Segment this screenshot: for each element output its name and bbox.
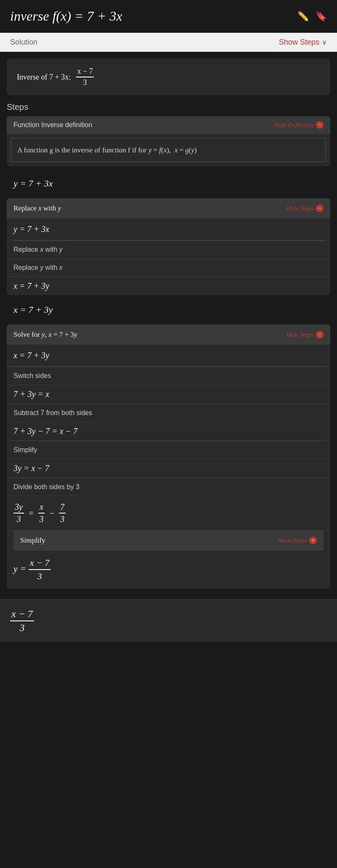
fraction-7-3: 7 3 — [59, 502, 66, 524]
solve-step-header: Solve for y, x = 7 + 3y Hide Steps − — [7, 325, 330, 345]
simplify-collapsed-label: Simplify — [20, 536, 45, 545]
solve-step-body: x = 7 + 3y Switch sides 7 + 3y = x Subtr… — [7, 345, 330, 588]
final-fraction-solve: x − 7 3 — [29, 557, 51, 582]
divide-label: Divide both sides by 3 — [7, 478, 330, 496]
frac-denom-3: 3 — [15, 514, 22, 524]
simplify-label: Simplify — [7, 441, 330, 459]
solve-for-y-block: Solve for y, x = 7 + 3y Hide Steps − x =… — [7, 325, 330, 588]
header: inverse f(x) = 7 + 3x ✏️ 🔖 — [0, 0, 337, 33]
page-title: inverse f(x) = 7 + 3x — [10, 8, 122, 24]
final-numer-solve: x − 7 — [29, 557, 51, 570]
frac-denom-3b: 3 — [38, 514, 45, 524]
definition-body: A function g is the inverse of function … — [11, 138, 326, 162]
minus-sign: − — [49, 509, 55, 518]
hide-definition-label: Hide Definition — [274, 122, 313, 129]
result-denominator: 3 — [82, 77, 88, 87]
hide-definition-button[interactable]: Hide Definition − — [274, 121, 324, 129]
inverse-result-line: Inverse of 7 + 3x: x − 7 3 — [17, 67, 320, 87]
replace-sub1: Replace x with y — [7, 241, 330, 259]
fraction-3y-3: 3y 3 — [13, 502, 24, 524]
equation-y-7-3x: y = 7 + 3x — [7, 173, 330, 194]
final-denom-solve: 3 — [36, 570, 43, 582]
result-card: Inverse of 7 + 3x: x − 7 3 — [7, 59, 330, 96]
solve-eq3: 7 + 3y − 7 = x − 7 — [7, 422, 330, 441]
inverse-label: Inverse of 7 + 3x: — [17, 73, 71, 82]
bottom-result: x − 7 3 — [10, 608, 327, 634]
replace-sub2: Replace y with x — [7, 259, 330, 277]
steps-section: Steps Function Inverse definition Hide D… — [0, 102, 337, 599]
replace-eq1: y = 7 + 3x — [7, 218, 330, 240]
bottom-numer: x − 7 — [10, 608, 34, 621]
hide-steps-label-2: Hide Steps — [286, 331, 313, 338]
hide-steps-label-1: Hide Steps — [286, 205, 313, 212]
simplify-collapsed-block[interactable]: Simplify Show Steps + — [13, 530, 324, 551]
plus-circle-icon: + — [309, 537, 317, 544]
frac-denom-3c: 3 — [59, 514, 66, 524]
show-steps-label: Show Steps — [279, 38, 319, 47]
bottom-bar: x − 7 3 — [0, 599, 337, 642]
replace-x-with-y-block: Replace x with y Hide Steps − y = 7 + 3x… — [7, 198, 330, 295]
solve-eq2: 7 + 3y = x — [7, 385, 330, 404]
solution-label: Solution — [10, 38, 37, 47]
bottom-fraction: x − 7 3 — [10, 608, 34, 634]
definition-header: Function Inverse definition Hide Definit… — [7, 116, 330, 134]
replace-step-header: Replace x with y Hide Steps − — [7, 198, 330, 218]
edit-icon[interactable]: ✏️ — [297, 11, 309, 22]
replace-eq2: x = 7 + 3y — [7, 277, 330, 295]
result-numerator: x − 7 — [76, 67, 94, 77]
frac-numer-3y: 3y — [13, 502, 24, 514]
switch-sides-label: Switch sides — [7, 367, 330, 385]
chevron-down-icon: ∨ — [322, 38, 327, 46]
solve-final-eq: y = x − 7 3 — [7, 551, 330, 588]
equals-sign: = — [28, 509, 34, 518]
steps-title: Steps — [7, 102, 330, 112]
bookmark-icon[interactable]: 🔖 — [316, 11, 327, 22]
hide-solve-steps-button[interactable]: Hide Steps − — [286, 331, 324, 338]
replace-step-body: y = 7 + 3x Replace x with y Replace y wi… — [7, 218, 330, 295]
show-simplify-steps-button[interactable]: Show Steps + — [278, 537, 317, 544]
subtract-7-label: Subtract 7 from both sides — [7, 404, 330, 422]
minus-circle-icon: − — [316, 121, 324, 129]
frac-numer-x: x — [38, 502, 45, 514]
definition-box: Function Inverse definition Hide Definit… — [7, 116, 330, 166]
replace-step-title: Replace x with y — [13, 204, 61, 213]
header-icons: ✏️ 🔖 — [297, 11, 327, 22]
solve-step-title: Solve for y, x = 7 + 3y — [13, 330, 77, 339]
main-content: Inverse of 7 + 3x: x − 7 3 Steps Functio… — [0, 59, 337, 599]
solve-eq1: x = 7 + 3y — [7, 345, 330, 367]
solve-eq4: 3y = x − 7 — [7, 459, 330, 478]
bottom-denom: 3 — [18, 621, 26, 634]
minus-circle-icon-3: − — [316, 331, 324, 338]
show-steps-label-simplify: Show Steps — [278, 537, 307, 544]
equation-x-7-3y: x = 7 + 3y — [7, 299, 330, 320]
solution-bar: Solution Show Steps ∨ — [0, 33, 337, 52]
definition-title: Function Inverse definition — [13, 121, 92, 129]
frac-numer-7: 7 — [59, 502, 66, 514]
hide-replace-steps-button[interactable]: Hide Steps − — [286, 205, 324, 212]
fraction-x-3: x 3 — [38, 502, 45, 524]
show-steps-button[interactable]: Show Steps ∨ — [279, 38, 327, 47]
result-fraction: x − 7 3 — [76, 67, 94, 87]
minus-circle-icon-2: − — [316, 205, 324, 212]
solve-eq5: 3y 3 = x 3 − 7 3 — [7, 496, 330, 530]
